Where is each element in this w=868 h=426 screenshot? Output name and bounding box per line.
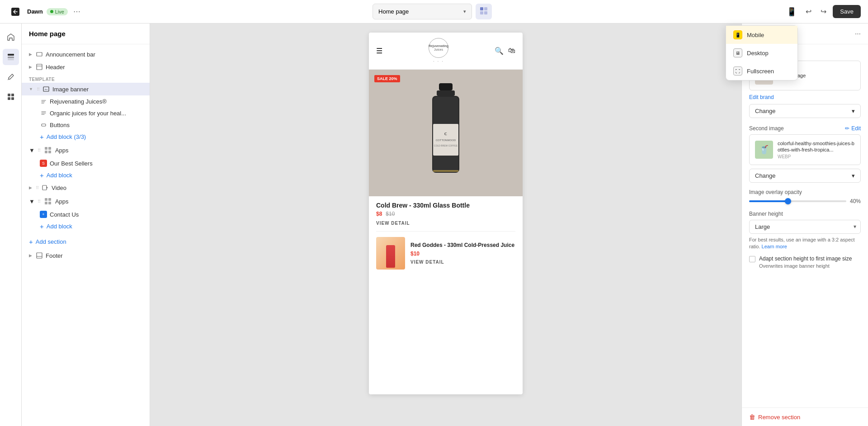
second-image-preview: 🥤 colorful-healthy-smoothies-juices-bott… [749,134,861,165]
redo-button[interactable]: ↪ [818,5,829,19]
apps-2-icon [43,197,52,206]
sidebar-sections-icon[interactable] [3,49,19,65]
preview-product-2-image [376,237,405,270]
left-panel-header: Home page [22,24,150,44]
svg-rect-23 [48,151,51,153]
undo-button[interactable]: ↩ [803,5,814,19]
second-image-change-button[interactable]: Change ▾ [749,169,861,183]
adapt-checkbox-row: Adapt section height to first image size… [749,256,861,270]
svg-rect-29 [37,253,42,258]
right-panel-dots-menu[interactable]: ⋯ [855,30,861,37]
sidebar-child-title[interactable]: Rejuvenating Juices® [22,95,150,107]
svg-text:COTTONWOOD: COTTONWOOD [436,139,456,142]
dropdown-fullscreen-label: Fullscreen [747,68,774,75]
apps-2-label: Apps [55,198,69,205]
svg-rect-27 [45,202,47,204]
dropdown-fullscreen-option[interactable]: ⛶ Fullscreen [726,62,797,80]
svg-rect-20 [45,147,47,150]
sidebar-item-header[interactable]: ▶ Header [22,61,150,73]
sidebar-item-image-banner[interactable]: ▼ ⠿ Image banner [22,83,150,95]
paragraph-icon [40,109,47,117]
apps-1-icon [43,146,52,155]
slider-fill [749,200,788,202]
preview-logo-circle: Rejuvenating Juices [429,38,448,58]
topbar-center: Home page ▾ [86,4,779,19]
preview-product-2-price: $10 [410,251,515,257]
adapt-checkbox[interactable] [749,256,755,262]
announcement-bar-icon [36,51,43,58]
banner-height-label: Banner height [749,211,861,217]
add-block-2-button[interactable]: + Add block [22,169,150,181]
sidebar-item-apps-1[interactable]: ▼ ⠿ Apps [22,143,150,157]
preview-product-2-bottle [386,245,395,268]
sidebar-item-apps-2[interactable]: ▼ ⠿ Apps [22,194,150,208]
sidebar-item-announcement-bar[interactable]: ▶ Announcement bar [22,48,150,61]
first-image-change-button[interactable]: Change ▾ [749,104,861,118]
sidebar-child-buttons[interactable]: Buttons [22,119,150,131]
preview-search-icon[interactable]: 🔍 [495,47,504,55]
sidebar-home-icon[interactable] [3,29,19,45]
preview-cart-icon[interactable]: 🛍 [508,47,515,55]
sidebar-item-video[interactable]: ▶ ⠿ Video [22,181,150,194]
sidebar-apps-icon[interactable] [3,89,19,105]
svg-rect-22 [45,151,47,153]
preview-logo-dots: · · · [433,59,444,64]
sidebar-child-best-sellers[interactable]: S Our Best Sellers [22,157,150,169]
right-panel: Image Banner ⋯ First image 🖼 Cover image… [741,24,868,426]
sidebar-item-footer[interactable]: ▶ Footer [22,249,150,262]
preview-product-1-price-orig: $10 [386,211,395,217]
save-button[interactable]: Save [833,5,861,18]
center-preview: ☰ Rejuvenating Juices · · · 🔍 🛍 [150,24,741,426]
dropdown-mobile-option[interactable]: 📱 Mobile [726,26,797,44]
back-button[interactable] [7,4,24,20]
slider-thumb[interactable] [785,198,791,204]
sidebar-brush-icon[interactable] [3,69,19,85]
second-image-thumb: 🥤 [755,141,773,159]
template-label: TEMPLATE [22,75,150,83]
sidebar-child-contact-us[interactable]: + Contact Us [22,208,150,220]
preview-product-1-title: Cold Brew - 330ml Glass Bottle [376,202,515,209]
overlay-opacity-slider[interactable]: 40% [749,198,861,204]
page-selector[interactable]: Home page ▾ [373,4,472,19]
second-image-name: colorful-healthy-smoothies-juices-bottle… [778,140,855,153]
svg-rect-10 [8,97,10,100]
preview-banner: SALE 20% C COTTONWOOD COLD BREW COFFEE [369,70,523,196]
svg-rect-6 [8,57,14,58]
preview-product-1-view[interactable]: VIEW DETAIL [376,221,515,226]
adapt-checkbox-label: Adapt section height to first image size [759,256,852,262]
live-dot [50,10,53,13]
second-image-edit-button[interactable]: ✏ Edit [845,125,861,132]
svg-rect-25 [45,198,47,201]
drag-handle-3-icon: ⠿ [36,185,39,190]
template-section: TEMPLATE [22,75,150,83]
sidebar-child-text[interactable]: Organic juices for your heal... [22,107,150,119]
preview-product-1-price: $8 $10 [376,211,515,217]
topbar: Dawn Live ⋯ Home page ▾ 📱 ↩ ↪ Save [0,0,868,24]
preview-hamburger[interactable]: ☰ [376,47,382,55]
dropdown-desktop-option[interactable]: 🖥 Desktop [726,44,797,62]
dropdown-desktop-label: Desktop [747,50,769,57]
svg-rect-8 [8,94,10,96]
add-block-3-button[interactable]: + Add block [22,220,150,232]
edit-brand-link[interactable]: Edit brand [749,94,861,100]
preview-product-2-view[interactable]: VIEW DETAIL [410,260,515,265]
topbar-right: 📱 ↩ ↪ Save [784,4,861,19]
learn-more-link[interactable]: Learn more [762,244,787,249]
theme-name: Dawn [27,8,43,15]
drag-handle-2-icon: ⠿ [38,148,41,153]
mobile-view-button[interactable]: 📱 [784,4,799,19]
svg-rect-21 [48,147,51,150]
remove-section-button[interactable]: 🗑 Remove section [742,407,868,426]
topbar-dots-menu[interactable]: ⋯ [73,7,80,16]
second-image-info: colorful-healthy-smoothies-juices-bottle… [778,140,855,159]
preview-product-1-price-sale: $8 [376,211,382,217]
device-dropdown-popup: 📱 Mobile 🖥 Desktop ⛶ Fullscreen [726,25,798,80]
left-panel: Home page ▶ Announcement bar ▶ Header [22,24,150,426]
add-block-1-button[interactable]: + Add block (3/3) [22,131,150,143]
grid-icon[interactable] [476,4,492,19]
drag-handle-4-icon: ⠿ [38,199,41,204]
page-selector-label: Home page [378,8,409,15]
banner-height-select[interactable]: Small Large Full screen [749,220,861,234]
footer-icon [36,252,43,259]
add-section-button[interactable]: + Add section [22,234,150,249]
